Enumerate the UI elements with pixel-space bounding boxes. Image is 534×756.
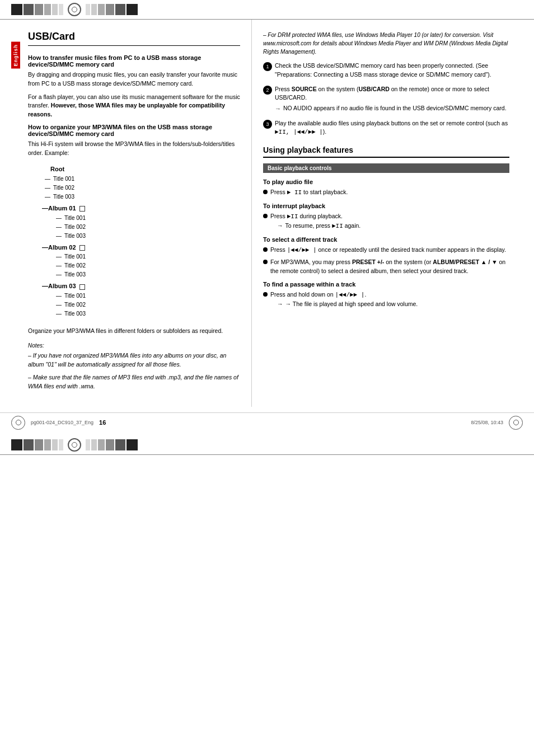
footer-timestamp: 8/25/08, 10:43 (471, 420, 503, 425)
to-play-text: Press ► II to start playback. (270, 188, 509, 198)
tree-item: Title 001 (45, 175, 240, 184)
step3-item: 3 Play the available audio files using p… (263, 119, 509, 137)
deco-left-blocks (11, 4, 63, 15)
arrow-symbol: → (277, 300, 283, 309)
notes-section: Notes: – If you have not organized MP3/W… (28, 341, 240, 391)
section2-p1: This Hi-Fi system will browse the MP3/WM… (28, 140, 240, 158)
language-tab: English (11, 42, 20, 69)
step3-text: Play the available audio files using pla… (275, 119, 509, 137)
step1-number: 1 (263, 62, 272, 71)
step2-number: 2 (263, 86, 272, 95)
to-interrupt-text: Press ►II during playback. → To resume, … (270, 212, 509, 231)
tree-item: Title 003 (56, 270, 240, 279)
step1-text: Check the USB device/SD/MMC memory card … (275, 62, 509, 79)
to-play-title: To play audio file (263, 179, 509, 185)
album02-label: —Album 02 (42, 243, 240, 253)
bullet-dot (263, 247, 268, 252)
tree-item: Title 001 (56, 252, 240, 261)
step2-text: Press SOURCE on the system (USB/CARD on … (275, 85, 509, 114)
page-wrapper: English USB/Card How to transfer music f… (0, 20, 534, 407)
album01-block: —Album 01 Title 001 Title 002 Title 003 (45, 204, 240, 241)
arrow-symbol: → (275, 104, 281, 114)
footer-filename: pg001-024_DC910_37_Eng (31, 420, 93, 425)
album03-items: Title 001 Title 002 Title 003 (48, 292, 240, 318)
to-select-bullet1: Press |◄◄/►► | once or repeatedly until … (263, 246, 509, 255)
tree-item: Title 002 (56, 261, 240, 270)
album01-items: Title 001 Title 002 Title 003 (48, 214, 240, 241)
tree-content: Title 001 Title 002 Title 003 —Album 01 … (45, 175, 240, 318)
note1: – If you have not organized MP3/WMA file… (28, 351, 240, 369)
deco-bottom-left (11, 439, 63, 450)
find-note-text: → The file is played at high speed and l… (285, 300, 418, 309)
section1-title: How to transfer music files from PC to a… (28, 54, 240, 68)
step2-text-span: Press SOURCE on the system (USB/CARD on … (275, 86, 489, 101)
tree-item: Title 001 (56, 292, 240, 300)
tree-item: Title 002 (56, 223, 240, 232)
top-decoration-bar (0, 0, 534, 20)
left-column: USB/Card How to transfer music files fro… (0, 20, 252, 407)
section2-title: How to organize your MP3/WMA files on th… (28, 124, 240, 137)
tree-item: Title 001 (56, 214, 240, 223)
tree-item: Title 002 (56, 300, 240, 309)
to-play-bullet: Press ► II to start playback. (263, 188, 509, 198)
footer-left-area: pg001-024_DC910_37_Eng 16 (11, 416, 106, 430)
organize-text: Organize your MP3/WMA files in different… (28, 327, 240, 336)
to-find-title: To find a passage within a track (263, 281, 509, 288)
bullet-dot (263, 292, 268, 297)
tree-item: Title 003 (56, 309, 240, 318)
find-note: → → The file is played at high speed and… (277, 300, 509, 309)
crosshair-bottom-deco-icon (68, 438, 81, 452)
to-select-text1: Press |◄◄/►► | once or repeatedly until … (270, 246, 509, 255)
bullet-dot (263, 214, 268, 218)
tree-item: Title 002 (45, 184, 240, 192)
bullet-dot (263, 190, 268, 194)
step2-note: → NO AUDIO appears if no audio file is f… (275, 104, 509, 114)
step2-item: 2 Press SOURCE on the system (USB/CARD o… (263, 85, 509, 114)
album03-block: —Album 03 Title 001 Title 002 Title 003 (45, 281, 240, 318)
tree-item: Title 003 (56, 232, 240, 241)
playback-section-title: Using playback features (263, 145, 509, 158)
bullet-dot (263, 260, 268, 264)
page-number: 16 (99, 419, 106, 426)
album01-label: —Album 01 (42, 204, 240, 214)
arrow-symbol: → (277, 222, 283, 231)
step3-number: 3 (263, 120, 272, 129)
album02-block: —Album 02 Title 001 Title 002 Title 003 (45, 243, 240, 280)
to-select-text2: For MP3/WMA, you may press PRESET +/- on… (270, 258, 509, 276)
deco-bottom-right (86, 439, 138, 450)
step1-item: 1 Check the USB device/SD/MMC memory car… (263, 62, 509, 79)
deco-right-blocks (86, 4, 138, 15)
crosshair-bottom-icon (11, 416, 25, 430)
note2: – Make sure that the file names of MP3 f… (28, 373, 240, 391)
footer-bar: pg001-024_DC910_37_Eng 16 8/25/08, 10:43 (0, 412, 534, 433)
notes-label: Notes: (28, 341, 240, 350)
album03-label: —Album 03 (42, 281, 240, 292)
tree-item: Title 003 (45, 192, 240, 201)
drm-note: – For DRM protected WMA files, use Windo… (263, 31, 509, 56)
to-interrupt-title: To interrupt playback (263, 203, 509, 209)
interrupt-note: → To resume, press ►II again. (277, 222, 509, 231)
bottom-decoration-bar (0, 435, 534, 455)
footer-right-area: 8/25/08, 10:43 (471, 416, 523, 430)
section1-p2: For a flash player, you can also use its… (28, 93, 240, 119)
basic-controls-header: Basic playback controls (263, 163, 509, 173)
tree-diagram: Root Title 001 Title 002 Title 003 —Albu… (39, 166, 240, 318)
to-interrupt-bullet: Press ►II during playback. → To resume, … (263, 212, 509, 231)
to-select-title: To select a different track (263, 236, 509, 243)
section1-p1: By dragging and dropping music files, yo… (28, 71, 240, 88)
to-find-bullet: Press and hold down on |◄◄/►► |. → → The… (263, 290, 509, 308)
crosshair-bottom-right-icon (509, 416, 523, 430)
crosshair-icon (68, 3, 81, 16)
right-column: – For DRM protected WMA files, use Windo… (252, 20, 521, 407)
to-find-text: Press and hold down on |◄◄/►► |. → → The… (270, 290, 509, 308)
interrupt-note-text: To resume, press ►II again. (285, 222, 361, 231)
section1-p2-bold: However, those WMA files may be unplayab… (28, 102, 225, 118)
album02-items: Title 001 Title 002 Title 003 (48, 252, 240, 279)
step2-note-text: NO AUDIO appears if no audio file is fou… (283, 104, 507, 113)
to-select-bullet2: For MP3/WMA, you may press PRESET +/- on… (263, 258, 509, 276)
tree-root-label: Root (50, 166, 240, 172)
page-title: USB/Card (28, 31, 240, 46)
